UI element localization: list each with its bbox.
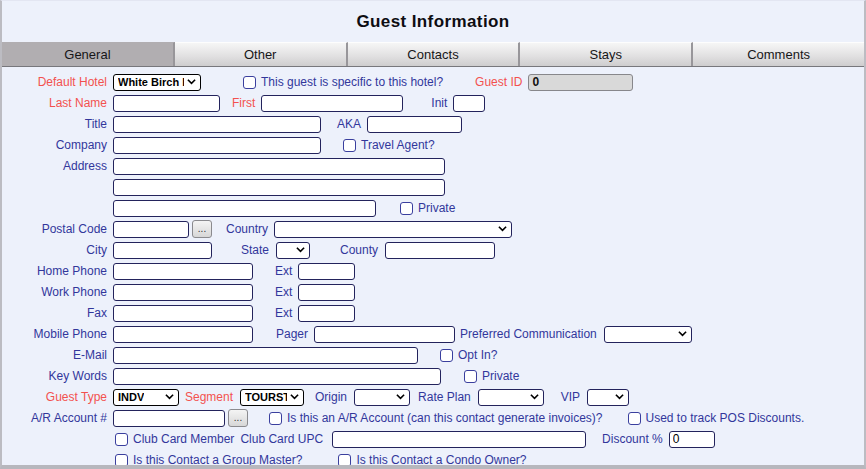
chevron-down-icon bbox=[187, 79, 196, 85]
segment-select[interactable]: TOURST bbox=[240, 389, 304, 406]
home-phone-ext-field[interactable] bbox=[298, 263, 355, 280]
tab-bar: General Other Contacts Stays Comments bbox=[2, 42, 864, 66]
default-hotel-select[interactable]: White Birch Inn bbox=[113, 74, 201, 91]
tab-general[interactable]: General bbox=[2, 42, 175, 66]
hotel-specific-label: This guest is specific to this hotel? bbox=[261, 75, 443, 89]
tab-other[interactable]: Other bbox=[175, 42, 348, 66]
guest-type-value: INDV bbox=[118, 391, 144, 403]
condo-owner-label: Is this Contact a Condo Owner? bbox=[356, 453, 526, 467]
origin-select[interactable] bbox=[354, 389, 410, 406]
fax-ext-field[interactable] bbox=[298, 305, 355, 322]
city-label: City bbox=[10, 243, 107, 257]
ar-is-account-checkbox[interactable] bbox=[269, 412, 282, 425]
group-master-checkbox[interactable] bbox=[115, 454, 128, 467]
hotel-specific-checkbox[interactable] bbox=[243, 76, 256, 89]
row-work-phone: Work Phone Ext bbox=[2, 282, 864, 302]
rate-plan-label: Rate Plan bbox=[418, 390, 471, 404]
guest-type-select[interactable]: INDV bbox=[113, 389, 179, 406]
home-phone-label: Home Phone bbox=[10, 264, 107, 278]
default-hotel-value: White Birch Inn bbox=[118, 76, 184, 88]
country-select[interactable] bbox=[274, 221, 512, 238]
club-card-member-checkbox[interactable] bbox=[115, 433, 128, 446]
tab-contacts[interactable]: Contacts bbox=[348, 42, 521, 66]
row-club-card: Club Card Member Club Card UPC Discount … bbox=[2, 429, 864, 449]
address-private-label: Private bbox=[418, 201, 455, 215]
country-label: Country bbox=[226, 222, 268, 236]
pos-discounts-label: Used to track POS Discounts. bbox=[646, 411, 805, 425]
guest-type-label: Guest Type bbox=[10, 390, 107, 404]
state-select[interactable] bbox=[276, 242, 310, 259]
tab-comments[interactable]: Comments bbox=[693, 42, 864, 66]
county-field[interactable] bbox=[385, 242, 495, 259]
aka-field[interactable] bbox=[367, 116, 462, 133]
tab-stays[interactable]: Stays bbox=[520, 42, 693, 66]
chevron-down-icon bbox=[615, 394, 624, 400]
pager-field[interactable] bbox=[314, 326, 455, 343]
mobile-phone-label: Mobile Phone bbox=[10, 327, 107, 341]
row-contact-flags: Is this Contact a Group Master? Is this … bbox=[2, 450, 864, 469]
club-card-member-label: Club Card Member bbox=[133, 432, 234, 446]
postal-code-field[interactable] bbox=[113, 221, 189, 238]
state-label: State bbox=[241, 243, 269, 257]
work-phone-ext-field[interactable] bbox=[298, 284, 355, 301]
address-line2-field[interactable] bbox=[113, 179, 445, 196]
address-line1-field[interactable] bbox=[113, 158, 445, 175]
title-bar: Guest Information bbox=[2, 1, 864, 42]
postal-code-lookup-button[interactable]: ... bbox=[192, 220, 212, 238]
preferred-communication-label: Preferred Communication bbox=[460, 327, 597, 341]
city-field[interactable] bbox=[113, 242, 212, 259]
ar-account-field[interactable] bbox=[113, 410, 225, 427]
work-phone-ext-label: Ext bbox=[275, 285, 292, 299]
company-field[interactable] bbox=[113, 137, 321, 154]
row-company: Company Travel Agent? bbox=[2, 135, 864, 155]
email-field[interactable] bbox=[113, 347, 418, 364]
row-city-state-county: City State County bbox=[2, 240, 864, 260]
row-email: E-Mail Opt In? bbox=[2, 345, 864, 365]
address-private-checkbox[interactable] bbox=[400, 202, 413, 215]
home-phone-field[interactable] bbox=[113, 263, 253, 280]
vip-select[interactable] bbox=[587, 389, 629, 406]
row-guest-type: Guest Type INDV Segment TOURST Origin Ra… bbox=[2, 387, 864, 407]
work-phone-field[interactable] bbox=[113, 284, 253, 301]
ar-account-lookup-button[interactable]: ... bbox=[228, 409, 248, 427]
general-tab-panel: Default Hotel White Birch Inn This guest… bbox=[2, 66, 864, 469]
fax-field[interactable] bbox=[113, 305, 253, 322]
group-master-label: Is this Contact a Group Master? bbox=[133, 453, 302, 467]
row-postal-country: Postal Code ... Country bbox=[2, 219, 864, 239]
discount-field[interactable] bbox=[669, 431, 715, 448]
chevron-down-icon bbox=[396, 394, 405, 400]
travel-agent-label: Travel Agent? bbox=[361, 138, 435, 152]
row-default-hotel: Default Hotel White Birch Inn This guest… bbox=[2, 72, 864, 92]
origin-label: Origin bbox=[315, 390, 347, 404]
key-words-label: Key Words bbox=[10, 369, 107, 383]
first-name-label: First bbox=[232, 96, 255, 110]
rate-plan-select[interactable] bbox=[478, 389, 544, 406]
page-title: Guest Information bbox=[356, 12, 509, 32]
pager-label: Pager bbox=[276, 327, 308, 341]
chevron-down-icon bbox=[678, 331, 687, 337]
club-card-upc-field[interactable] bbox=[332, 431, 586, 448]
last-name-field[interactable] bbox=[113, 95, 220, 112]
init-field[interactable] bbox=[453, 95, 485, 112]
travel-agent-checkbox[interactable] bbox=[343, 139, 356, 152]
preferred-communication-select[interactable] bbox=[604, 326, 692, 343]
segment-value: TOURST bbox=[245, 391, 287, 403]
address-line3-field[interactable] bbox=[113, 200, 376, 217]
title-field[interactable] bbox=[113, 116, 321, 133]
key-words-private-checkbox[interactable] bbox=[464, 370, 477, 383]
row-key-words: Key Words Private bbox=[2, 366, 864, 386]
condo-owner-checkbox[interactable] bbox=[338, 454, 351, 467]
row-fax: Fax Ext bbox=[2, 303, 864, 323]
chevron-down-icon bbox=[296, 247, 305, 253]
key-words-field[interactable] bbox=[113, 368, 441, 385]
row-address-1: Address bbox=[2, 156, 864, 176]
mobile-phone-field[interactable] bbox=[113, 326, 253, 343]
row-address-2 bbox=[2, 177, 864, 197]
first-name-field[interactable] bbox=[261, 95, 403, 112]
chevron-down-icon bbox=[530, 394, 539, 400]
default-hotel-label: Default Hotel bbox=[10, 75, 107, 89]
pos-discounts-checkbox[interactable] bbox=[628, 412, 641, 425]
init-label: Init bbox=[431, 96, 447, 110]
opt-in-checkbox[interactable] bbox=[440, 349, 453, 362]
last-name-label: Last Name bbox=[10, 96, 107, 110]
